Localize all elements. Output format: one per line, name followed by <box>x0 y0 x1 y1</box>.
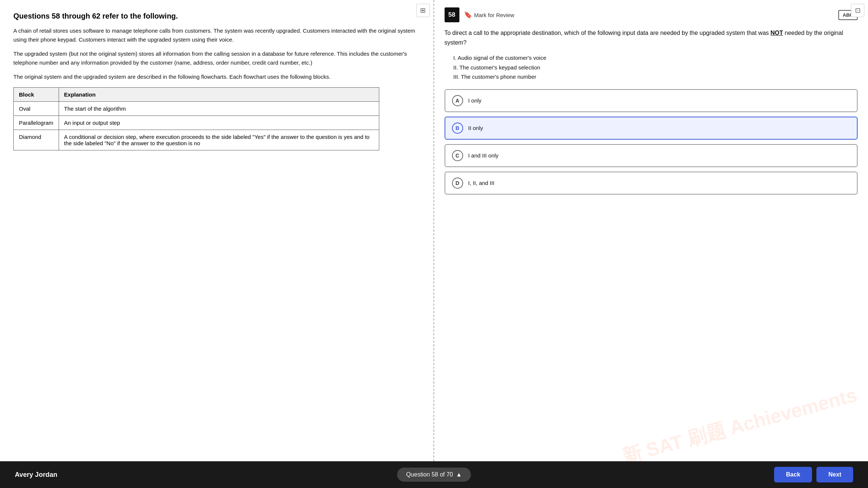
roman-item-1: I. Audio signal of the customer's voice <box>453 53 858 63</box>
option-d[interactable]: D I, II, and III <box>445 172 858 195</box>
expand-icon[interactable]: ⊞ <box>416 4 430 17</box>
section-title: Questions 58 through 62 refer to the fol… <box>13 12 420 20</box>
table-row: Parallelogram An input or output step <box>14 116 379 130</box>
table-cell-diamond: Diamond <box>14 130 59 150</box>
table-cell-oval-desc: The start of the algorithm <box>59 102 379 116</box>
next-button[interactable]: Next <box>816 467 853 482</box>
table-row: Diamond A conditional or decision step, … <box>14 130 379 150</box>
left-panel: ⊞ Questions 58 through 62 refer to the f… <box>0 0 434 461</box>
roman-item-3: III. The customer's phone number <box>453 72 858 82</box>
option-b[interactable]: B II only <box>445 117 858 140</box>
bottom-bar: Avery Jordan Question 58 of 70 ▲ Back Ne… <box>0 461 868 488</box>
question-progress-button[interactable]: Question 58 of 70 ▲ <box>397 468 471 482</box>
table-cell-diamond-desc: A conditional or decision step, where ex… <box>59 130 379 150</box>
paragraph-3: The original system and the upgraded sys… <box>13 72 420 81</box>
left-panel-icons: ⊞ <box>416 4 430 17</box>
mark-for-review-button[interactable]: 🔖 Mark for Review <box>464 11 514 19</box>
table-cell-parallelogram-desc: An input or output step <box>59 116 379 130</box>
answer-options: A I only B II only C I and III only D I,… <box>445 89 858 195</box>
option-a-text: I only <box>468 97 482 104</box>
back-button[interactable]: Back <box>774 467 812 482</box>
table-header-block: Block <box>14 88 59 102</box>
option-c[interactable]: C I and III only <box>445 144 858 167</box>
paragraph-2: The upgraded system (but not the origina… <box>13 49 420 67</box>
mark-for-review-label: Mark for Review <box>474 12 514 18</box>
option-a[interactable]: A I only <box>445 89 858 112</box>
option-c-letter: C <box>452 150 463 161</box>
table-cell-parallelogram: Parallelogram <box>14 116 59 130</box>
option-b-letter: B <box>452 123 463 134</box>
table-row: Oval The start of the algorithm <box>14 102 379 116</box>
roman-item-2: II. The customer's keypad selection <box>453 63 858 72</box>
main-content: ⊞ Questions 58 through 62 refer to the f… <box>0 0 868 461</box>
option-c-text: I and III only <box>468 152 499 159</box>
table-header-explanation: Explanation <box>59 88 379 102</box>
chevron-up-icon: ▲ <box>456 471 462 478</box>
progress-label: Question 58 of 70 <box>406 471 453 478</box>
watermark: 新 SAT 刷题 Achievements <box>619 382 860 461</box>
right-panel: ⊡ 58 🔖 Mark for Review ABC To direct a c… <box>434 0 868 461</box>
collapse-icon[interactable]: ⊡ <box>851 4 864 17</box>
bookmark-icon: 🔖 <box>464 11 472 19</box>
option-d-letter: D <box>452 178 463 189</box>
option-d-text: I, II, and III <box>468 180 495 186</box>
nav-buttons: Back Next <box>471 467 853 482</box>
right-panel-icons: ⊡ <box>851 4 864 17</box>
option-a-letter: A <box>452 95 463 106</box>
table-cell-oval: Oval <box>14 102 59 116</box>
roman-list: I. Audio signal of the customer's voice … <box>445 53 858 82</box>
option-b-text: II only <box>468 125 483 131</box>
question-number-badge: 58 <box>445 7 459 22</box>
user-name: Avery Jordan <box>15 471 397 479</box>
question-header: 58 🔖 Mark for Review ABC <box>445 7 858 22</box>
question-text: To direct a call to the appropriate dest… <box>445 28 858 47</box>
paragraph-1: A chain of retail stores uses software t… <box>13 26 420 44</box>
reference-table: Block Explanation Oval The start of the … <box>13 87 379 150</box>
